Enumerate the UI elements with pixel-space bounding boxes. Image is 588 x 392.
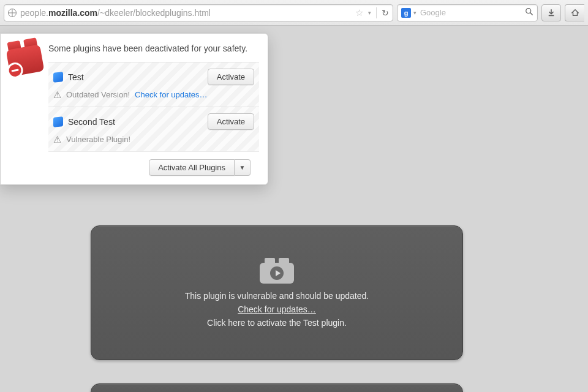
search-bar[interactable]: g ▾ Google bbox=[397, 4, 538, 21]
svg-rect-2 bbox=[549, 15, 554, 16]
activate-all-split-button: Activate All Plugins ▼ bbox=[149, 159, 251, 176]
popup-title: Some plugins have been deactivated for y… bbox=[48, 43, 259, 53]
popup-footer: Activate All Plugins ▼ bbox=[48, 151, 259, 184]
activate-all-button[interactable]: Activate All Plugins bbox=[149, 159, 235, 176]
plugin-placeholder-icon bbox=[260, 258, 294, 284]
plugin-cube-icon bbox=[53, 72, 63, 82]
url-text: people.mozilla.com/~dkeeler/blockedplugi… bbox=[20, 8, 352, 18]
plugin-row: Test Activate ⚠ Outdated Version! Check … bbox=[48, 62, 259, 107]
plugin-status-text: Vulnerable Plugin! bbox=[66, 135, 130, 144]
home-button[interactable] bbox=[565, 4, 584, 21]
activate-button[interactable]: Activate bbox=[208, 69, 254, 85]
warning-icon: ⚠ bbox=[53, 90, 61, 99]
search-icon[interactable] bbox=[525, 7, 533, 18]
plugin-cube-icon bbox=[53, 117, 63, 127]
url-host: mozilla.com bbox=[48, 8, 97, 18]
play-icon bbox=[270, 266, 284, 280]
bookmark-star-icon[interactable]: ☆ bbox=[355, 7, 363, 18]
plugin-name: Second Test bbox=[68, 117, 203, 127]
dropdown-caret-icon[interactable]: ▾ bbox=[368, 10, 371, 16]
popup-icon-column bbox=[1, 34, 48, 184]
url-right-controls: ☆ ▾ ↻ bbox=[355, 7, 389, 18]
plugin-name: Test bbox=[68, 72, 203, 82]
search-engine-icon[interactable]: g bbox=[401, 8, 411, 18]
plugin-row: Second Test Activate ⚠ Vulnerable Plugin… bbox=[48, 107, 259, 151]
placeholder-line1: This plugin is vulnerable and should be … bbox=[185, 291, 369, 301]
separator bbox=[376, 7, 377, 18]
blocked-plugin-icon bbox=[5, 37, 45, 77]
downloads-button[interactable] bbox=[541, 4, 561, 21]
plugin-placeholder[interactable] bbox=[91, 383, 463, 392]
globe-icon bbox=[8, 9, 17, 17]
search-placeholder: Google bbox=[420, 8, 521, 17]
warning-icon: ⚠ bbox=[53, 135, 61, 144]
plugin-doorhanger: Some plugins have been deactivated for y… bbox=[0, 33, 268, 185]
url-path: /~dkeeler/blockedplugins.html bbox=[97, 8, 211, 18]
plugin-status-text: Outdated Version! bbox=[66, 90, 130, 99]
browser-toolbar: people.mozilla.com/~dkeeler/blockedplugi… bbox=[0, 0, 588, 26]
check-for-updates-link[interactable]: Check for updates… bbox=[135, 90, 208, 99]
search-engine-caret-icon[interactable]: ▾ bbox=[413, 10, 417, 16]
reload-icon[interactable]: ↻ bbox=[382, 8, 389, 18]
page-content: This plugin is vulnerable and should be … bbox=[91, 225, 556, 392]
activate-button[interactable]: Activate bbox=[208, 113, 254, 130]
activate-all-menu-caret[interactable]: ▼ bbox=[235, 159, 251, 176]
url-prefix: people. bbox=[20, 8, 48, 18]
placeholder-update-link[interactable]: Check for updates… bbox=[238, 304, 316, 314]
plugin-placeholder[interactable]: This plugin is vulnerable and should be … bbox=[91, 225, 463, 360]
url-bar[interactable]: people.mozilla.com/~dkeeler/blockedplugi… bbox=[4, 4, 393, 21]
svg-line-1 bbox=[530, 13, 532, 15]
placeholder-line3: Click here to activate the Test plugin. bbox=[207, 318, 347, 328]
